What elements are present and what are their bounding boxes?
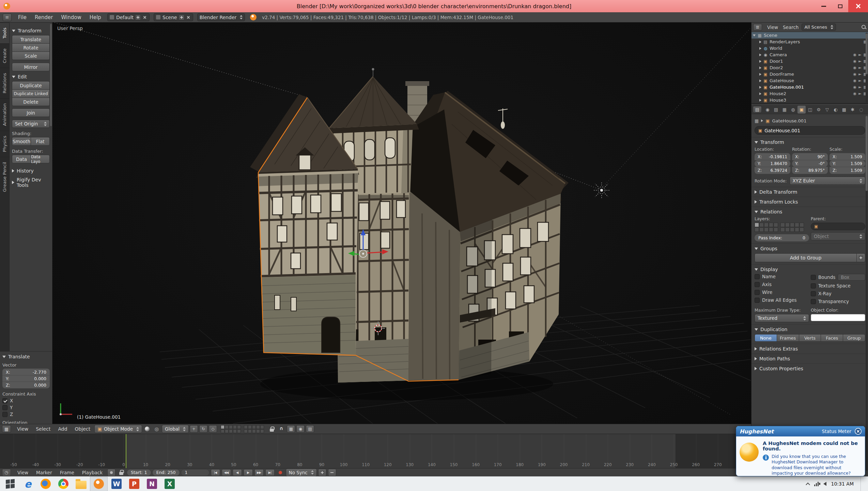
tab-texture[interactable]: ▩: [840, 106, 848, 114]
taskbar-firefox[interactable]: [37, 477, 55, 491]
viewport-menu-object[interactable]: Object: [72, 426, 94, 432]
duplication-group-button[interactable]: Group: [843, 334, 865, 342]
use-preview-range-toggle[interactable]: [107, 469, 115, 476]
layer-cell[interactable]: [780, 227, 785, 232]
rotation-mode-dropdown[interactable]: XYZ Euler: [790, 177, 865, 185]
menu-file[interactable]: File: [14, 12, 30, 22]
layer-grid-right[interactable]: [244, 425, 264, 433]
details-link[interactable]: (Click for details): [772, 476, 813, 476]
layer-cell[interactable]: [237, 429, 241, 433]
expand-icon[interactable]: [759, 66, 761, 69]
layer-cell[interactable]: [233, 429, 237, 433]
current-frame-field[interactable]: 1: [181, 469, 210, 476]
outliner-item-camera[interactable]: ◉ Camera ◉ ► ▩: [751, 51, 868, 58]
location-x-field[interactable]: X:-0.19811: [755, 153, 790, 160]
volume-icon[interactable]: [823, 482, 826, 486]
constraint-z-checkbox[interactable]: Z: [2, 412, 50, 417]
display-xray-checkbox[interactable]: X-Ray: [811, 291, 865, 296]
layer-cell[interactable]: [260, 425, 264, 429]
add-to-group-button[interactable]: Add to Group: [755, 253, 857, 262]
lock-to-scene-icon[interactable]: [268, 425, 276, 433]
timeline-menu-playback[interactable]: Playback: [79, 470, 106, 475]
display-draw-all-edges-checkbox[interactable]: Draw All Edges: [755, 297, 809, 303]
visibility-eye-icon[interactable]: ◉: [853, 85, 857, 89]
layer-cell[interactable]: [244, 425, 248, 429]
transform-panel-header[interactable]: Transform: [12, 28, 50, 33]
timeline-editor-icon[interactable]: ◷: [2, 469, 11, 476]
parent-field[interactable]: ▣: [811, 223, 865, 230]
manipulator-scale-toggle[interactable]: ◇: [209, 425, 217, 433]
timeline-menu-view[interactable]: View: [14, 470, 32, 475]
rotation-y-field[interactable]: Y:-0°: [792, 160, 828, 167]
layer-cell[interactable]: [795, 223, 799, 227]
tab-grease-pencil[interactable]: Grease Pencil: [0, 157, 9, 197]
viewport-menu-add[interactable]: Add: [55, 426, 71, 432]
object-color-swatch[interactable]: [811, 314, 865, 321]
add-scene-button[interactable]: [179, 15, 184, 20]
snap-element-dropdown[interactable]: ▦: [287, 425, 295, 433]
layer-cell[interactable]: [764, 227, 769, 232]
delta-transform-header[interactable]: Delta Transform: [755, 189, 865, 195]
start-frame-field[interactable]: Start: 1: [127, 469, 151, 476]
layer-cell[interactable]: [233, 425, 237, 429]
pivot-point-dropdown[interactable]: ◎: [153, 425, 161, 433]
layer-cell[interactable]: [256, 429, 260, 433]
layer-cell[interactable]: [248, 425, 252, 429]
selectability-icon[interactable]: ►: [858, 53, 861, 57]
add-layout-button[interactable]: [136, 15, 140, 20]
lamp-object[interactable]: [593, 181, 610, 199]
render-engine-dropdown[interactable]: Blender Render: [197, 13, 245, 21]
history-panel-header[interactable]: History: [12, 168, 50, 174]
taskbar-explorer[interactable]: [72, 477, 90, 491]
clock[interactable]: 10:31 AM: [831, 481, 854, 487]
layer-cell[interactable]: [769, 223, 773, 227]
outliner-item-world[interactable]: ◍ World: [751, 45, 868, 51]
taskbar-chrome[interactable]: [55, 477, 72, 491]
transform-locks-header[interactable]: Transform Locks: [755, 199, 865, 205]
taskbar-excel[interactable]: X: [161, 477, 179, 491]
outliner-item-house3[interactable]: ▣ House3: [751, 97, 868, 103]
manipulator-rotate-toggle[interactable]: ↻: [199, 425, 207, 433]
close-button[interactable]: [848, 0, 868, 12]
expand-icon[interactable]: [759, 86, 761, 89]
expand-icon[interactable]: [759, 99, 761, 102]
play-reverse-button[interactable]: ◀: [233, 469, 242, 476]
outliner-menu-view[interactable]: View: [765, 25, 780, 30]
layer-cell[interactable]: [800, 227, 804, 232]
max-draw-type-dropdown[interactable]: Textured: [755, 314, 809, 322]
location-y-field[interactable]: Y:1.86470: [755, 160, 790, 167]
previous-keyframe-button[interactable]: ◀◀: [222, 469, 231, 476]
smooth-button[interactable]: Smooth: [12, 137, 31, 146]
layer-cell[interactable]: [769, 227, 773, 232]
expand-icon[interactable]: [759, 92, 761, 95]
scale-x-field[interactable]: X:1.509: [830, 153, 865, 160]
display-axis-checkbox[interactable]: Axis: [755, 282, 809, 287]
delete-button[interactable]: Delete: [12, 98, 50, 106]
jump-to-end-button[interactable]: ▶|: [265, 469, 275, 476]
rotate-button[interactable]: Rotate: [12, 43, 50, 52]
show-desktop-button[interactable]: [861, 477, 863, 491]
translate-operator-header[interactable]: Translate: [2, 354, 50, 359]
data-button[interactable]: Data: [12, 155, 31, 163]
duplication-none-button[interactable]: None: [755, 334, 777, 342]
viewport-menu-select[interactable]: Select: [32, 426, 54, 432]
selectability-icon[interactable]: ►: [858, 59, 861, 63]
layer-cell[interactable]: [252, 429, 256, 433]
rotation-z-field[interactable]: Z:89.975°: [792, 167, 828, 174]
layer-cell[interactable]: [774, 227, 778, 232]
layer-cell[interactable]: [755, 223, 759, 227]
rotation-x-field[interactable]: X:90°: [792, 153, 828, 160]
outliner-item-door2[interactable]: ▣ Door2 ◉ ► ▩: [751, 64, 868, 71]
display-transparency-checkbox[interactable]: Transparency: [811, 299, 865, 304]
selectability-icon[interactable]: ►: [858, 91, 861, 96]
tab-animation[interactable]: Animation: [0, 98, 9, 131]
outliner-scope-dropdown[interactable]: All Scenes: [802, 24, 836, 31]
layer-cell[interactable]: [252, 425, 256, 429]
opengl-render-anim-button[interactable]: ▤: [306, 425, 314, 433]
motion-paths-header[interactable]: Motion Paths: [755, 356, 865, 361]
minimize-button[interactable]: [816, 0, 832, 12]
layer-cell[interactable]: [780, 223, 785, 227]
manipulator-translate-toggle[interactable]: +: [190, 425, 198, 433]
pass-index-field[interactable]: Pass Index: 0: [755, 234, 809, 241]
layer-cell[interactable]: [244, 429, 248, 433]
